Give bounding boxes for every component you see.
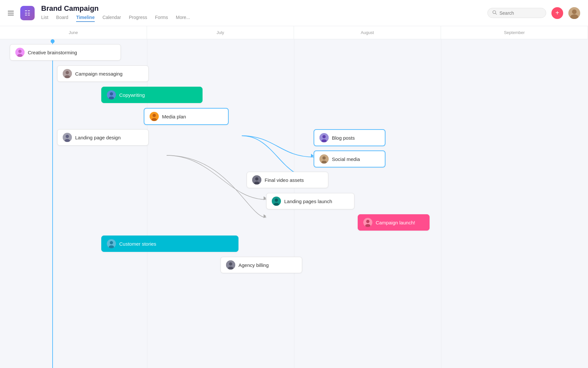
avatar-media-plan xyxy=(150,112,159,121)
svg-point-40 xyxy=(110,241,113,244)
avatar-final-video-assets xyxy=(252,175,261,184)
task-final-video-assets[interactable]: Final video assets xyxy=(247,172,328,188)
task-label-media-plan: Media plan xyxy=(162,114,186,119)
avatar-creative-brainstorming xyxy=(15,48,24,57)
month-june: June xyxy=(0,26,147,39)
avatar-customer-stories xyxy=(107,239,116,248)
task-label-creative-brainstorming: Creative brainstorming xyxy=(28,50,77,55)
svg-point-25 xyxy=(322,135,326,138)
task-label-copywriting: Copywriting xyxy=(119,92,145,98)
user-avatar[interactable] xyxy=(568,7,580,19)
app-icon-symbol: ☷ xyxy=(24,9,30,17)
svg-point-19 xyxy=(153,114,156,117)
nav-tabs: List Board Timeline Calendar Progress Fo… xyxy=(41,15,481,22)
search-icon xyxy=(492,10,497,16)
task-label-landing-page-design: Landing page design xyxy=(75,135,121,140)
task-label-campaign-messaging: Campaign messaging xyxy=(75,71,122,77)
tab-progress[interactable]: Progress xyxy=(129,15,147,22)
task-agency-billing[interactable]: Agency billing xyxy=(220,257,302,273)
tab-forms[interactable]: Forms xyxy=(155,15,168,22)
timeline-bar xyxy=(52,39,53,368)
tab-calendar[interactable]: Calendar xyxy=(103,15,121,22)
search-input[interactable] xyxy=(499,10,539,16)
avatar-landing-page-design xyxy=(63,133,72,142)
task-label-campaign-launch: Campaign launch! xyxy=(376,220,415,225)
svg-point-22 xyxy=(66,135,69,138)
header: ☷ Brand Campaign List Board Timeline Cal… xyxy=(0,0,588,26)
project-title: Brand Campaign xyxy=(41,4,481,13)
task-landing-pages-launch[interactable]: Landing pages launch xyxy=(266,193,354,209)
svg-marker-7 xyxy=(264,196,266,200)
svg-marker-5 xyxy=(311,154,314,158)
month-july: July xyxy=(147,26,294,39)
hamburger-menu[interactable] xyxy=(8,11,14,15)
task-campaign-messaging[interactable]: Campaign messaging xyxy=(57,65,149,82)
add-button[interactable]: + xyxy=(551,7,563,19)
month-headers: June July August September xyxy=(0,26,588,39)
tab-timeline[interactable]: Timeline xyxy=(76,15,95,22)
task-copywriting[interactable]: Copywriting xyxy=(101,87,203,103)
timeline-area: June July August September xyxy=(0,26,588,368)
svg-point-16 xyxy=(110,92,113,96)
svg-point-3 xyxy=(572,9,577,14)
avatar-campaign-messaging xyxy=(63,69,72,78)
tab-more[interactable]: More... xyxy=(176,15,190,22)
app-icon: ☷ xyxy=(20,6,35,20)
task-label-social-media: Social media xyxy=(332,156,360,162)
task-campaign-launch[interactable]: Campaign launch! xyxy=(358,214,430,231)
task-blog-posts[interactable]: Blog posts xyxy=(314,129,385,146)
svg-point-43 xyxy=(229,262,232,266)
svg-point-31 xyxy=(255,177,258,181)
grid-line-3 xyxy=(441,39,441,368)
task-landing-page-design[interactable]: Landing page design xyxy=(57,129,149,146)
avatar-copywriting xyxy=(107,90,116,99)
tab-board[interactable]: Board xyxy=(56,15,68,22)
avatar-agency-billing xyxy=(226,260,235,270)
month-august: August xyxy=(294,26,441,39)
header-right: + xyxy=(487,7,580,19)
task-label-blog-posts: Blog posts xyxy=(332,135,355,141)
svg-point-37 xyxy=(366,220,369,223)
svg-point-28 xyxy=(322,156,326,160)
title-nav: Brand Campaign List Board Timeline Calen… xyxy=(41,4,481,22)
month-september: September xyxy=(441,26,588,39)
task-label-customer-stories: Customer stories xyxy=(119,241,156,247)
tab-list[interactable]: List xyxy=(41,15,48,22)
avatar-landing-pages-launch xyxy=(272,197,281,206)
avatar-social-media xyxy=(319,154,329,164)
task-social-media[interactable]: Social media xyxy=(314,150,385,167)
search-bar[interactable] xyxy=(487,8,546,18)
svg-line-1 xyxy=(496,13,497,15)
task-label-final-video-assets: Final video assets xyxy=(265,177,304,183)
task-customer-stories[interactable]: Customer stories xyxy=(101,236,238,252)
task-creative-brainstorming[interactable]: Creative brainstorming xyxy=(10,44,121,61)
svg-point-34 xyxy=(275,199,278,202)
avatar-campaign-launch xyxy=(363,218,372,227)
svg-point-13 xyxy=(66,71,69,74)
task-label-landing-pages-launch: Landing pages launch xyxy=(284,199,332,204)
timeline-indicator-dot xyxy=(51,39,55,43)
task-label-agency-billing: Agency billing xyxy=(238,262,269,268)
task-media-plan[interactable]: Media plan xyxy=(144,108,229,125)
svg-point-10 xyxy=(18,50,22,53)
svg-marker-8 xyxy=(264,214,266,218)
avatar-blog-posts xyxy=(319,133,329,142)
